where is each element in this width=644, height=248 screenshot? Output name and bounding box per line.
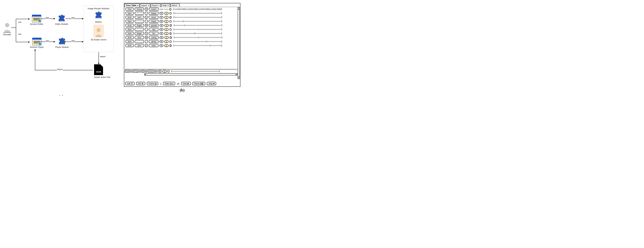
new-action-dropdown[interactable]: Action bbox=[148, 70, 154, 73]
tab-help[interactable]: Help 🖺 bbox=[161, 4, 170, 7]
layer-cell[interactable]: 3 bbox=[170, 36, 172, 39]
lock-toggle[interactable]: 🔒 bbox=[164, 36, 169, 39]
visibility-toggle[interactable]: 👁 bbox=[160, 36, 164, 39]
part-cell[interactable]: limb bbox=[126, 32, 134, 35]
side-cell[interactable]: L bbox=[145, 44, 148, 47]
new-layer-cell[interactable] bbox=[168, 70, 170, 73]
header-side[interactable]: S bbox=[145, 8, 148, 11]
lock-toggle[interactable]: 🔒 bbox=[164, 44, 168, 47]
frame-value[interactable]: 1 bbox=[160, 82, 162, 85]
lock-toggle[interactable]: 🔒 bbox=[164, 16, 168, 19]
group-cell[interactable]: arm bbox=[135, 16, 144, 19]
pause-button[interactable]: Pause❚❚ bbox=[192, 82, 205, 85]
layer-cell[interactable] bbox=[170, 40, 172, 43]
header-action[interactable]: Action bbox=[149, 8, 159, 11]
rate-button[interactable]: Rate (fps) bbox=[163, 82, 175, 85]
timeline-track[interactable]: 【++++++++++++++++++++1++++++++++++++++++… bbox=[172, 28, 223, 31]
timeline-track[interactable]: 【++++++++++++++++++++5++++++++++++++++++… bbox=[173, 36, 224, 39]
part-cell[interactable]: limb bbox=[126, 36, 134, 39]
side-cell[interactable] bbox=[145, 12, 148, 15]
visibility-toggle[interactable]: 👁 bbox=[160, 12, 163, 15]
action-cell[interactable]: fist bbox=[149, 32, 158, 35]
visibility-toggle[interactable]: 👁 bbox=[160, 32, 163, 35]
rate-value[interactable]: 20 bbox=[177, 82, 180, 85]
action-cell[interactable]: swing bbox=[149, 36, 159, 39]
lock-toggle[interactable]: 🔒 bbox=[162, 70, 167, 73]
lock-toggle[interactable]: 🔒 bbox=[164, 40, 168, 43]
scroll-up-icon[interactable]: ▲ bbox=[238, 8, 240, 10]
scroll-left-icon[interactable]: ◀ bbox=[145, 74, 146, 75]
action-cell[interactable]: sad bbox=[149, 28, 158, 31]
group-cell[interactable]: arm bbox=[135, 44, 144, 47]
action-cell[interactable]: afraid bbox=[149, 40, 158, 43]
lock-toggle[interactable]: 🔒 bbox=[164, 32, 168, 35]
visibility-toggle[interactable]: 👁 bbox=[160, 20, 163, 23]
dropdown-arrow-icon[interactable]: ▼ bbox=[130, 70, 132, 72]
layer-cell[interactable] bbox=[170, 28, 172, 31]
group-cell[interactable] bbox=[135, 28, 144, 31]
timeline-track[interactable]: 【1++++++++++++++++++++++++++++++++++++++… bbox=[172, 16, 223, 19]
layer-cell[interactable] bbox=[170, 12, 172, 15]
del-button[interactable]: Del 🗑 bbox=[136, 82, 145, 85]
group-cell[interactable]: finger bbox=[135, 32, 144, 35]
side-cell[interactable] bbox=[145, 20, 148, 23]
part-cell[interactable]: face bbox=[126, 28, 134, 31]
part-cell[interactable]: face bbox=[126, 20, 134, 23]
new-part-dropdown[interactable]: Part bbox=[125, 70, 129, 73]
new-side-dropdown[interactable]: S bbox=[142, 70, 144, 73]
side-cell[interactable]: R bbox=[145, 36, 148, 39]
dropdown-arrow-icon[interactable]: ▼ bbox=[155, 70, 158, 72]
layer-cell[interactable]: 8 bbox=[170, 44, 172, 47]
part-cell[interactable]: limb bbox=[126, 16, 134, 19]
layer-cell[interactable]: 2 bbox=[170, 24, 172, 27]
dropdown-arrow-icon[interactable]: ▼ bbox=[145, 70, 148, 72]
new-row-timeline[interactable]: 【+++++++++++++++++++++++++++++++++++++++… bbox=[170, 70, 221, 73]
layer-cell[interactable] bbox=[170, 20, 172, 23]
side-cell[interactable] bbox=[145, 28, 148, 31]
frame-button[interactable]: Frame ▥ bbox=[147, 82, 158, 85]
timeline-track[interactable]: 【+++++++++++++++++8+++++++++++++++++++++… bbox=[172, 32, 223, 35]
lock-toggle[interactable]: 🔒 bbox=[164, 24, 169, 27]
scroll-right-icon[interactable]: ▶ bbox=[236, 74, 237, 75]
lock-toggle[interactable]: 🔒 bbox=[164, 20, 168, 23]
group-cell[interactable]: arm bbox=[135, 36, 144, 39]
timeline-track[interactable]: 【+++++++9+++++++++++++++++++++++++++++++… bbox=[172, 20, 223, 23]
tab-import[interactable]: Import ⬆ bbox=[140, 4, 150, 7]
layer-cell[interactable]: 4 bbox=[170, 16, 172, 19]
new-group-dropdown[interactable]: Grup bbox=[133, 70, 138, 73]
visibility-toggle[interactable]: 👁 bbox=[158, 70, 162, 73]
visibility-toggle[interactable]: 👁 bbox=[160, 24, 164, 27]
visibility-toggle[interactable]: 👁 bbox=[160, 16, 163, 19]
timeline-track[interactable]: 【++++++++++++++++++++++++++++++4++++++++… bbox=[172, 44, 223, 47]
group-cell[interactable] bbox=[135, 40, 144, 43]
scroll-down-icon[interactable]: ▼ bbox=[238, 77, 240, 79]
action-cell[interactable]: happy bbox=[149, 12, 158, 15]
action-cell[interactable]: spread bbox=[149, 24, 159, 27]
visibility-toggle[interactable]: 👁 bbox=[160, 40, 163, 43]
visibility-toggle[interactable]: 👁 bbox=[160, 44, 163, 47]
part-cell[interactable]: face bbox=[126, 40, 134, 43]
timeline-track[interactable]: 【+++++++++++++++++++++++++++4+++++++++++… bbox=[172, 40, 223, 43]
side-cell[interactable]: R bbox=[145, 24, 148, 27]
part-cell[interactable]: face bbox=[126, 12, 134, 15]
timeline-track[interactable]: 【2++++++++++++++++++++++++++++++++++++++… bbox=[172, 12, 223, 15]
lock-toggle[interactable]: 🔒 bbox=[164, 28, 168, 31]
start-button[interactable]: Start▶ bbox=[181, 82, 191, 85]
add-button[interactable]: Add 🖺 bbox=[125, 82, 135, 85]
action-cell[interactable]: raise bbox=[149, 44, 158, 47]
dropdown-arrow-icon[interactable]: ▼ bbox=[139, 70, 142, 72]
header-part[interactable]: Part bbox=[126, 8, 134, 11]
vertical-scrollbar[interactable]: ▲ ▼ bbox=[238, 7, 240, 79]
side-cell[interactable] bbox=[145, 40, 148, 43]
tab-time-table[interactable]: Time Table ◻ bbox=[124, 4, 140, 7]
action-cell[interactable]: wave bbox=[149, 16, 158, 19]
side-cell[interactable]: L bbox=[145, 32, 148, 35]
part-cell[interactable]: limb bbox=[126, 24, 134, 27]
side-cell[interactable]: L bbox=[145, 16, 148, 19]
timeline-track[interactable]: 【++++++++5++++++++++++++++++++++++++++++… bbox=[173, 24, 224, 27]
lock-toggle[interactable]: 🔒 bbox=[164, 12, 168, 15]
group-cell[interactable] bbox=[135, 12, 144, 15]
header-group[interactable]: Group bbox=[135, 8, 144, 11]
tab-about[interactable]: About ⌂ bbox=[170, 4, 180, 7]
group-cell[interactable]: finger bbox=[135, 24, 144, 27]
